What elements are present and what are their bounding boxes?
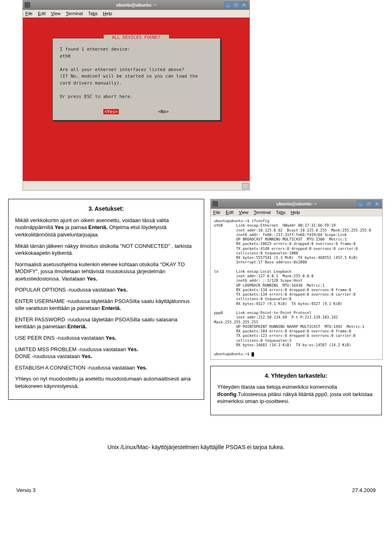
window-controls: _ □ ×	[357, 200, 381, 207]
menu-help[interactable]: Help	[291, 210, 300, 215]
terminal-output: ubuntu@ubuntu:~$ ifconfig eth0 Link enca…	[211, 216, 382, 359]
menu-view[interactable]: View	[239, 210, 249, 215]
paragraph: Normaalisti asetusohjelma kuitenkin eten…	[15, 261, 197, 283]
dialog-content: I found 1 ethernet device: eth0 Are all …	[53, 40, 220, 106]
connection-check-box: 4. Yhteyden tarkastelu: Yhteyden tilasta…	[210, 366, 382, 416]
dialog-all-devices: ALL DEVICES FOUND? I found 1 ethernet de…	[52, 38, 220, 120]
titlebar: ubuntu@ubuntu: ~ _ □ ×	[211, 199, 382, 209]
window-controls: _ □ ×	[224, 2, 248, 8]
menu-file[interactable]: FFileile	[25, 11, 33, 16]
paragraph: Yhteys on nyt muodostettu ja asetettu mu…	[15, 375, 197, 390]
cursor	[252, 352, 254, 356]
no-button[interactable]: <No>	[158, 109, 169, 114]
dialog-line: card drivers manually).	[60, 80, 213, 87]
menu-view[interactable]: View	[51, 11, 61, 16]
dialog-line: eth0	[60, 53, 213, 60]
terminal-screenshot-2: ubuntu@ubuntu: ~ _ □ × File Edit View Te…	[210, 199, 383, 360]
dialog-title: ALL DEVICES FOUND?	[104, 35, 169, 40]
paragraph: Mikäli tämän jälkeen näkyy ilmoitus otsi…	[15, 243, 197, 257]
terminal-screenshot-1: ubuntu@ubuntu: ~ _ □ × FFileile Edit Vie…	[22, 0, 250, 191]
scroll-thumb[interactable]	[242, 183, 249, 189]
dialog-line: Are all your ethernet interfaces listed …	[60, 67, 213, 73]
menu-terminal[interactable]: Terminal	[254, 210, 271, 215]
maximize-icon[interactable]: □	[365, 200, 372, 207]
window-title: ubuntu@ubuntu: ~	[276, 201, 316, 206]
menubar: File Edit View Terminal Tabs Help	[211, 209, 382, 216]
menu-terminal[interactable]: Terminal	[66, 11, 83, 16]
yes-button[interactable]: <Yes>	[103, 109, 118, 114]
menu-help[interactable]: Help	[103, 11, 112, 16]
settings-box: 3. Asetukset: Mikäli verkkokortin ajurit…	[8, 199, 204, 400]
paragraph: Yhteyden tilasta saa tietoja esimerkiksi…	[217, 383, 375, 405]
footer-note: Unix /Linux/Mac- käyttöjärjestelmien käy…	[0, 444, 392, 450]
paragraph: USE PEER DNS -ruudussa vastataan Yes.	[15, 334, 197, 342]
paragraph: Mikäli verkkokortin ajurit on oikein ase…	[15, 217, 197, 238]
close-icon[interactable]: ×	[241, 2, 248, 8]
menu-tabs[interactable]: Tabs	[276, 210, 285, 215]
titlebar: ubuntu@ubuntu: ~ _ □ ×	[23, 0, 249, 10]
menu-file[interactable]: File	[213, 210, 220, 215]
menu-edit[interactable]: Edit	[226, 210, 234, 215]
dialog-buttons: <Yes> <No>	[53, 106, 220, 120]
paragraph: ENTER USERNAME -ruudussa täytetään PSOAS…	[15, 298, 197, 312]
paragraph: ENTER PASSWORD -ruudussa täytetään PSOAS…	[15, 316, 197, 330]
minimize-icon[interactable]: _	[357, 200, 364, 207]
paragraph: LIMITED MSS PROBLEM -ruudussa vastataan …	[15, 346, 197, 360]
paragraph: ESTABLISH A CONNECTION -ruudussa vastata…	[15, 364, 197, 372]
ifconfig-output: ubuntu@ubuntu:~$ ifconfig eth0 Link enca…	[214, 219, 371, 356]
scrollbar	[23, 181, 249, 190]
minimize-icon[interactable]: _	[224, 2, 232, 8]
menubar: FFileile Edit View Terminal Tabs Help	[23, 10, 249, 18]
close-icon[interactable]: ×	[373, 200, 381, 207]
paragraph: POPULAR OPTIONS -ruudussa vastataan Yes.	[15, 286, 197, 294]
page-footer: Versio 3 27.4.2009	[0, 487, 392, 505]
maximize-icon[interactable]: □	[232, 2, 240, 8]
box4-heading: 4. Yhteyden tarkastelu:	[217, 372, 375, 380]
dialog-line: (If No, modconf will be started so you c…	[60, 73, 213, 80]
window-title: ubuntu@ubuntu: ~	[116, 2, 156, 7]
menu-edit[interactable]: Edit	[38, 11, 46, 16]
date-label: 27.4.2009	[352, 487, 376, 493]
window-icon	[212, 201, 218, 207]
menu-tabs[interactable]: Tabs	[88, 11, 98, 16]
window-icon	[24, 2, 30, 8]
dialog-line: Or press ESC to abort here.	[60, 94, 213, 100]
terminal-body: ALL DEVICES FOUND? I found 1 ethernet de…	[23, 18, 249, 181]
box3-heading: 3. Asetukset:	[15, 205, 197, 213]
dialog-line: I found 1 ethernet device:	[60, 46, 213, 53]
version-label: Versio 3	[16, 487, 36, 493]
